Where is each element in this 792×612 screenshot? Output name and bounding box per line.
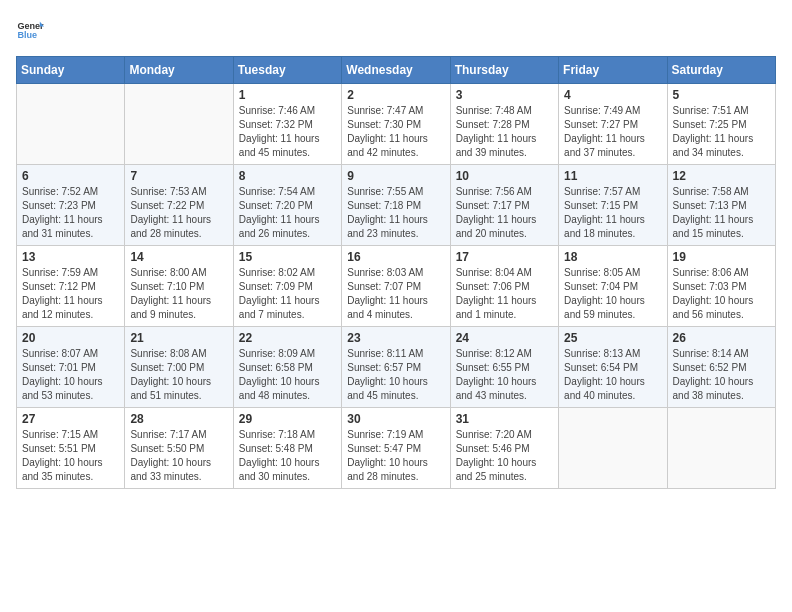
day-number: 29 bbox=[239, 412, 336, 426]
calendar-week-row: 1Sunrise: 7:46 AM Sunset: 7:32 PM Daylig… bbox=[17, 84, 776, 165]
day-info: Sunrise: 7:55 AM Sunset: 7:18 PM Dayligh… bbox=[347, 185, 444, 241]
day-number: 27 bbox=[22, 412, 119, 426]
calendar-week-row: 27Sunrise: 7:15 AM Sunset: 5:51 PM Dayli… bbox=[17, 408, 776, 489]
day-info: Sunrise: 7:15 AM Sunset: 5:51 PM Dayligh… bbox=[22, 428, 119, 484]
day-number: 28 bbox=[130, 412, 227, 426]
day-info: Sunrise: 7:19 AM Sunset: 5:47 PM Dayligh… bbox=[347, 428, 444, 484]
calendar-cell: 13Sunrise: 7:59 AM Sunset: 7:12 PM Dayli… bbox=[17, 246, 125, 327]
day-info: Sunrise: 7:54 AM Sunset: 7:20 PM Dayligh… bbox=[239, 185, 336, 241]
day-info: Sunrise: 8:00 AM Sunset: 7:10 PM Dayligh… bbox=[130, 266, 227, 322]
day-number: 8 bbox=[239, 169, 336, 183]
header-sunday: Sunday bbox=[17, 57, 125, 84]
calendar-cell: 22Sunrise: 8:09 AM Sunset: 6:58 PM Dayli… bbox=[233, 327, 341, 408]
day-info: Sunrise: 8:14 AM Sunset: 6:52 PM Dayligh… bbox=[673, 347, 770, 403]
day-number: 18 bbox=[564, 250, 661, 264]
day-info: Sunrise: 7:17 AM Sunset: 5:50 PM Dayligh… bbox=[130, 428, 227, 484]
calendar-cell: 28Sunrise: 7:17 AM Sunset: 5:50 PM Dayli… bbox=[125, 408, 233, 489]
calendar-cell bbox=[667, 408, 775, 489]
day-number: 12 bbox=[673, 169, 770, 183]
calendar-cell: 10Sunrise: 7:56 AM Sunset: 7:17 PM Dayli… bbox=[450, 165, 558, 246]
day-number: 6 bbox=[22, 169, 119, 183]
day-info: Sunrise: 8:04 AM Sunset: 7:06 PM Dayligh… bbox=[456, 266, 553, 322]
day-info: Sunrise: 7:56 AM Sunset: 7:17 PM Dayligh… bbox=[456, 185, 553, 241]
calendar-cell: 9Sunrise: 7:55 AM Sunset: 7:18 PM Daylig… bbox=[342, 165, 450, 246]
day-number: 13 bbox=[22, 250, 119, 264]
calendar-week-row: 13Sunrise: 7:59 AM Sunset: 7:12 PM Dayli… bbox=[17, 246, 776, 327]
day-number: 9 bbox=[347, 169, 444, 183]
calendar-cell: 30Sunrise: 7:19 AM Sunset: 5:47 PM Dayli… bbox=[342, 408, 450, 489]
calendar-cell bbox=[559, 408, 667, 489]
svg-text:Blue: Blue bbox=[17, 30, 37, 40]
header-saturday: Saturday bbox=[667, 57, 775, 84]
day-number: 11 bbox=[564, 169, 661, 183]
header-tuesday: Tuesday bbox=[233, 57, 341, 84]
day-info: Sunrise: 7:49 AM Sunset: 7:27 PM Dayligh… bbox=[564, 104, 661, 160]
day-info: Sunrise: 7:51 AM Sunset: 7:25 PM Dayligh… bbox=[673, 104, 770, 160]
header-monday: Monday bbox=[125, 57, 233, 84]
day-info: Sunrise: 7:20 AM Sunset: 5:46 PM Dayligh… bbox=[456, 428, 553, 484]
day-info: Sunrise: 7:57 AM Sunset: 7:15 PM Dayligh… bbox=[564, 185, 661, 241]
calendar-cell: 1Sunrise: 7:46 AM Sunset: 7:32 PM Daylig… bbox=[233, 84, 341, 165]
day-info: Sunrise: 7:46 AM Sunset: 7:32 PM Dayligh… bbox=[239, 104, 336, 160]
calendar-cell: 25Sunrise: 8:13 AM Sunset: 6:54 PM Dayli… bbox=[559, 327, 667, 408]
day-number: 26 bbox=[673, 331, 770, 345]
day-info: Sunrise: 8:08 AM Sunset: 7:00 PM Dayligh… bbox=[130, 347, 227, 403]
calendar-week-row: 20Sunrise: 8:07 AM Sunset: 7:01 PM Dayli… bbox=[17, 327, 776, 408]
calendar-cell: 8Sunrise: 7:54 AM Sunset: 7:20 PM Daylig… bbox=[233, 165, 341, 246]
calendar-header-row: SundayMondayTuesdayWednesdayThursdayFrid… bbox=[17, 57, 776, 84]
day-number: 5 bbox=[673, 88, 770, 102]
calendar-cell: 11Sunrise: 7:57 AM Sunset: 7:15 PM Dayli… bbox=[559, 165, 667, 246]
day-number: 1 bbox=[239, 88, 336, 102]
day-number: 20 bbox=[22, 331, 119, 345]
day-info: Sunrise: 8:13 AM Sunset: 6:54 PM Dayligh… bbox=[564, 347, 661, 403]
day-info: Sunrise: 8:12 AM Sunset: 6:55 PM Dayligh… bbox=[456, 347, 553, 403]
calendar-cell: 17Sunrise: 8:04 AM Sunset: 7:06 PM Dayli… bbox=[450, 246, 558, 327]
day-number: 23 bbox=[347, 331, 444, 345]
day-number: 3 bbox=[456, 88, 553, 102]
calendar-cell: 16Sunrise: 8:03 AM Sunset: 7:07 PM Dayli… bbox=[342, 246, 450, 327]
day-info: Sunrise: 7:52 AM Sunset: 7:23 PM Dayligh… bbox=[22, 185, 119, 241]
calendar-cell: 3Sunrise: 7:48 AM Sunset: 7:28 PM Daylig… bbox=[450, 84, 558, 165]
logo: General Blue bbox=[16, 16, 44, 44]
page-header: General Blue bbox=[16, 16, 776, 44]
header-friday: Friday bbox=[559, 57, 667, 84]
day-number: 22 bbox=[239, 331, 336, 345]
day-number: 19 bbox=[673, 250, 770, 264]
calendar-cell: 15Sunrise: 8:02 AM Sunset: 7:09 PM Dayli… bbox=[233, 246, 341, 327]
day-number: 30 bbox=[347, 412, 444, 426]
calendar-cell: 12Sunrise: 7:58 AM Sunset: 7:13 PM Dayli… bbox=[667, 165, 775, 246]
day-info: Sunrise: 8:02 AM Sunset: 7:09 PM Dayligh… bbox=[239, 266, 336, 322]
day-number: 21 bbox=[130, 331, 227, 345]
calendar-cell: 23Sunrise: 8:11 AM Sunset: 6:57 PM Dayli… bbox=[342, 327, 450, 408]
calendar-cell: 24Sunrise: 8:12 AM Sunset: 6:55 PM Dayli… bbox=[450, 327, 558, 408]
day-number: 7 bbox=[130, 169, 227, 183]
calendar-cell: 5Sunrise: 7:51 AM Sunset: 7:25 PM Daylig… bbox=[667, 84, 775, 165]
calendar-table: SundayMondayTuesdayWednesdayThursdayFrid… bbox=[16, 56, 776, 489]
day-number: 2 bbox=[347, 88, 444, 102]
day-number: 16 bbox=[347, 250, 444, 264]
calendar-cell: 2Sunrise: 7:47 AM Sunset: 7:30 PM Daylig… bbox=[342, 84, 450, 165]
calendar-cell: 4Sunrise: 7:49 AM Sunset: 7:27 PM Daylig… bbox=[559, 84, 667, 165]
day-info: Sunrise: 8:03 AM Sunset: 7:07 PM Dayligh… bbox=[347, 266, 444, 322]
day-info: Sunrise: 7:53 AM Sunset: 7:22 PM Dayligh… bbox=[130, 185, 227, 241]
day-number: 4 bbox=[564, 88, 661, 102]
day-number: 25 bbox=[564, 331, 661, 345]
calendar-cell: 7Sunrise: 7:53 AM Sunset: 7:22 PM Daylig… bbox=[125, 165, 233, 246]
day-number: 24 bbox=[456, 331, 553, 345]
calendar-cell: 31Sunrise: 7:20 AM Sunset: 5:46 PM Dayli… bbox=[450, 408, 558, 489]
day-number: 14 bbox=[130, 250, 227, 264]
day-info: Sunrise: 8:06 AM Sunset: 7:03 PM Dayligh… bbox=[673, 266, 770, 322]
calendar-cell: 14Sunrise: 8:00 AM Sunset: 7:10 PM Dayli… bbox=[125, 246, 233, 327]
day-info: Sunrise: 7:59 AM Sunset: 7:12 PM Dayligh… bbox=[22, 266, 119, 322]
day-info: Sunrise: 7:18 AM Sunset: 5:48 PM Dayligh… bbox=[239, 428, 336, 484]
day-info: Sunrise: 8:11 AM Sunset: 6:57 PM Dayligh… bbox=[347, 347, 444, 403]
day-number: 10 bbox=[456, 169, 553, 183]
calendar-cell bbox=[17, 84, 125, 165]
calendar-cell: 27Sunrise: 7:15 AM Sunset: 5:51 PM Dayli… bbox=[17, 408, 125, 489]
day-number: 15 bbox=[239, 250, 336, 264]
calendar-cell: 26Sunrise: 8:14 AM Sunset: 6:52 PM Dayli… bbox=[667, 327, 775, 408]
day-info: Sunrise: 8:09 AM Sunset: 6:58 PM Dayligh… bbox=[239, 347, 336, 403]
calendar-cell: 6Sunrise: 7:52 AM Sunset: 7:23 PM Daylig… bbox=[17, 165, 125, 246]
day-number: 17 bbox=[456, 250, 553, 264]
day-info: Sunrise: 7:47 AM Sunset: 7:30 PM Dayligh… bbox=[347, 104, 444, 160]
